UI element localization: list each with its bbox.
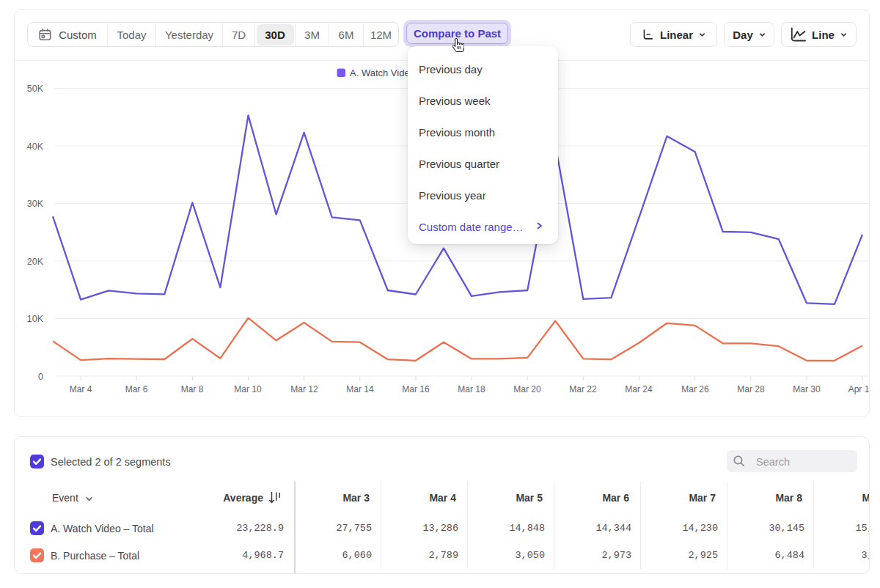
svg-text:0: 0 xyxy=(38,372,43,382)
svg-text:10K: 10K xyxy=(27,314,44,324)
svg-text:30K: 30K xyxy=(27,199,44,209)
svg-text:Mar 8: Mar 8 xyxy=(181,384,204,394)
svg-text:Mar 16: Mar 16 xyxy=(402,384,430,394)
svg-text:40K: 40K xyxy=(27,142,44,152)
svg-text:Mar 28: Mar 28 xyxy=(737,384,765,394)
svg-text:Mar 22: Mar 22 xyxy=(569,384,597,394)
svg-text:Mar 4: Mar 4 xyxy=(70,384,92,394)
svg-text:50K: 50K xyxy=(27,84,44,94)
svg-text:Mar 10: Mar 10 xyxy=(234,384,262,394)
svg-text:Apr 1: Apr 1 xyxy=(848,384,869,394)
svg-text:Mar 26: Mar 26 xyxy=(681,384,709,394)
svg-text:Mar 20: Mar 20 xyxy=(513,384,541,394)
svg-text:Mar 6: Mar 6 xyxy=(125,384,148,394)
svg-text:Mar 12: Mar 12 xyxy=(290,384,318,394)
svg-text:Mar 18: Mar 18 xyxy=(458,384,485,394)
svg-text:Mar 14: Mar 14 xyxy=(346,384,374,394)
svg-text:Mar 30: Mar 30 xyxy=(793,384,821,394)
svg-text:20K: 20K xyxy=(27,257,44,267)
svg-text:Mar 24: Mar 24 xyxy=(625,384,653,394)
